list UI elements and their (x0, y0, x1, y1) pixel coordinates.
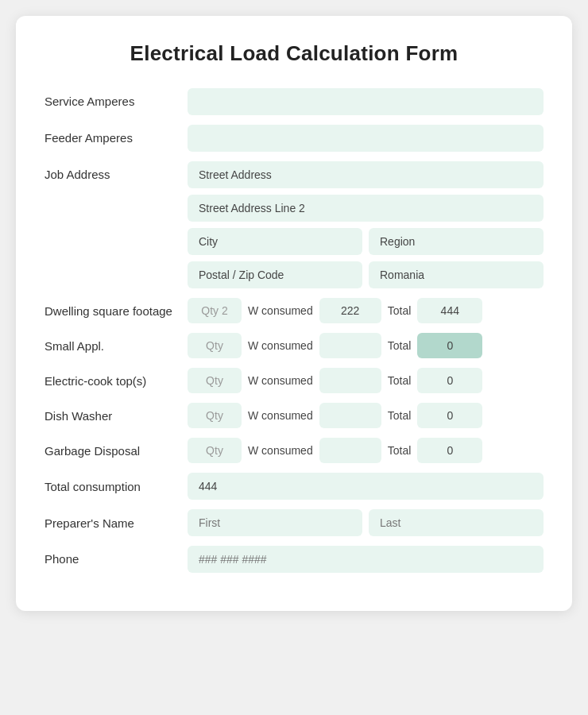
preparer-first-name-input[interactable] (188, 509, 362, 536)
small-appl-row: Small Appl. W consumed Total (44, 333, 544, 358)
dish-washer-qty-input[interactable] (188, 403, 242, 428)
electric-cook-fields: W consumed Total (188, 368, 544, 393)
region-input[interactable] (369, 228, 544, 255)
service-amperes-fields (188, 88, 544, 115)
service-amperes-label: Service Amperes (44, 88, 188, 108)
postal-input[interactable] (188, 261, 362, 288)
preparer-name-row: Preparer's Name (44, 509, 544, 536)
job-address-row: Job Address Romania United States Canada… (44, 161, 544, 288)
dwelling-total-input[interactable] (417, 298, 482, 323)
garbage-disposal-total-input[interactable] (417, 438, 482, 463)
electric-cook-total-input[interactable] (417, 368, 482, 393)
postal-country-row: Romania United States Canada Other (188, 261, 544, 288)
feeder-amperes-row: Feeder Amperes (44, 125, 544, 152)
small-appl-total-input[interactable] (417, 333, 482, 358)
city-region-row (188, 228, 544, 255)
small-appl-total-label: Total (388, 339, 412, 352)
city-input[interactable] (188, 228, 362, 255)
small-appl-fields: W consumed Total (188, 333, 544, 358)
electric-cook-w-consumed-label: W consumed (248, 374, 313, 387)
dish-washer-row: Dish Washer W consumed Total (44, 403, 544, 428)
job-address-fields: Romania United States Canada Other (188, 161, 544, 288)
dwelling-fields: W consumed Total (188, 298, 544, 323)
preparer-last-name-input[interactable] (369, 509, 544, 536)
dish-washer-total-label: Total (388, 409, 412, 422)
preparer-name-label: Preparer's Name (44, 516, 188, 530)
street-address-line2-input[interactable] (188, 195, 544, 222)
dish-washer-total-input[interactable] (417, 403, 482, 428)
garbage-disposal-row: Garbage Disposal W consumed Total (44, 438, 544, 463)
feeder-amperes-label: Feeder Amperes (44, 125, 188, 145)
dwelling-row: Dwelling square footage W consumed Total (44, 298, 544, 323)
dish-washer-w-consumed-label: W consumed (248, 409, 313, 422)
job-address-label: Job Address (44, 161, 188, 181)
phone-fields (188, 546, 544, 573)
dwelling-label: Dwelling square footage (44, 304, 188, 318)
garbage-disposal-fields: W consumed Total (188, 438, 544, 463)
total-consumption-input[interactable] (188, 473, 544, 500)
small-appl-label: Small Appl. (44, 339, 188, 353)
garbage-disposal-w-consumed-input[interactable] (319, 438, 381, 463)
form-title: Electrical Load Calculation Form (44, 41, 544, 66)
dwelling-qty-input[interactable] (188, 298, 242, 323)
service-amperes-input[interactable] (188, 88, 544, 115)
electric-cook-total-label: Total (388, 374, 412, 387)
form-card: Electrical Load Calculation Form Service… (16, 16, 572, 611)
phone-input[interactable] (188, 546, 544, 573)
garbage-disposal-label: Garbage Disposal (44, 444, 188, 458)
country-select[interactable]: Romania United States Canada Other (369, 261, 544, 288)
total-consumption-row: Total consumption (44, 473, 544, 500)
small-appl-w-consumed-label: W consumed (248, 339, 313, 352)
total-consumption-label: Total consumption (44, 480, 188, 493)
dish-washer-fields: W consumed Total (188, 403, 544, 428)
service-amperes-row: Service Amperes (44, 88, 544, 115)
garbage-disposal-total-label: Total (388, 444, 412, 457)
phone-row: Phone (44, 546, 544, 573)
dwelling-w-consumed-input[interactable] (319, 298, 381, 323)
dish-washer-label: Dish Washer (44, 409, 188, 423)
electric-cook-row: Electric-cook top(s) W consumed Total (44, 368, 544, 393)
electric-cook-label: Electric-cook top(s) (44, 374, 188, 388)
garbage-disposal-qty-input[interactable] (188, 438, 242, 463)
dwelling-w-consumed-label: W consumed (248, 304, 313, 317)
feeder-amperes-fields (188, 125, 544, 152)
garbage-disposal-w-consumed-label: W consumed (248, 444, 313, 457)
small-appl-w-consumed-input[interactable] (319, 333, 381, 358)
small-appl-qty-input[interactable] (188, 333, 242, 358)
preparer-name-fields (188, 509, 544, 536)
street-address-input[interactable] (188, 161, 544, 188)
dish-washer-w-consumed-input[interactable] (319, 403, 381, 428)
electric-cook-w-consumed-input[interactable] (319, 368, 381, 393)
dwelling-total-label: Total (388, 304, 412, 317)
phone-label: Phone (44, 546, 188, 566)
feeder-amperes-input[interactable] (188, 125, 544, 152)
electric-cook-qty-input[interactable] (188, 368, 242, 393)
